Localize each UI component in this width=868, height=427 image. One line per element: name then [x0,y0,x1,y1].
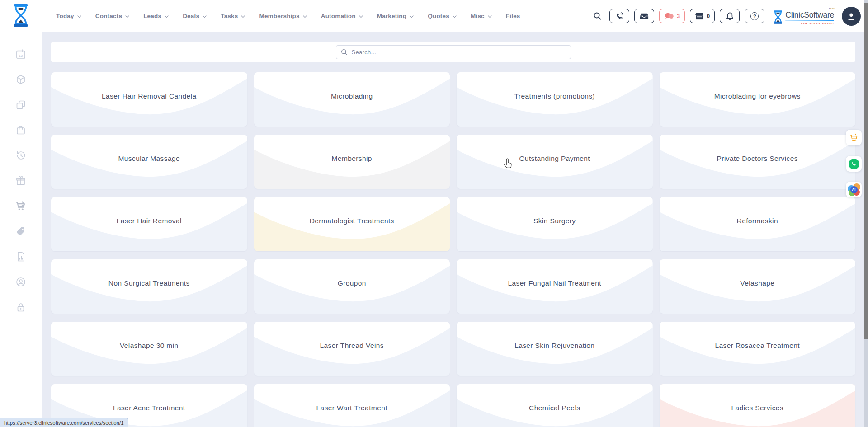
chat-count-badge: 3 [677,13,680,19]
user-avatar[interactable] [842,7,861,26]
service-card[interactable]: Groupon [254,259,450,314]
nav-item-misc[interactable]: Misc [471,13,492,19]
brand-tld: .com [828,7,835,10]
phone-button[interactable] [609,9,629,23]
service-card[interactable]: Laser Hair Removal [51,197,247,251]
inbox-button[interactable] [634,9,654,23]
topbar-actions: 3 0 ? ClinicSoftware.com TEN S [593,0,861,32]
chevron-down-icon [359,15,363,18]
chevron-down-icon [488,15,492,18]
nav-item-deals[interactable]: Deals [183,13,207,19]
left-sidebar: 12 [0,32,42,427]
bell-icon [726,12,734,20]
service-card[interactable]: Membership [254,135,450,189]
service-card[interactable]: Muscular Massage [51,135,247,189]
phone-icon [615,12,623,20]
service-card[interactable]: Velashape 30 min [51,322,247,376]
nav-label: Contacts [95,13,122,19]
calendar-day-number: 12 [19,54,23,58]
nav-label: Misc [471,13,485,19]
help-icon: ? [750,12,759,20]
service-card[interactable]: Laser Wart Treatment [254,384,450,427]
chevron-down-icon [125,15,129,18]
service-card[interactable]: Velashape [660,259,856,314]
service-card-label: Private Doctors Services [717,155,798,169]
service-card[interactable]: Outstanding Payment [457,135,653,189]
sidebar-item-calendar[interactable]: 12 [12,48,30,60]
service-card-label: Dermatologist Treatments [310,217,394,231]
sidebar-item-account[interactable] [12,276,30,288]
nav-item-contacts[interactable]: Contacts [95,13,129,19]
nav-item-marketing[interactable]: Marketing [377,13,414,19]
service-card[interactable]: Private Doctors Services [660,135,856,189]
sidebar-item-duplicate[interactable] [12,99,30,111]
page-scrollbar [864,0,868,427]
sidebar-item-cart[interactable] [12,200,30,212]
nav-item-today[interactable]: Today [56,13,81,19]
service-card[interactable]: Laser Rosacea Treatment [660,322,856,376]
service-card[interactable]: Non Surgical Treatments [51,259,247,314]
duplicate-icon [15,99,26,110]
brand-hourglass-icon [773,10,783,24]
nav-label: Deals [183,13,199,19]
floating-ai-button[interactable]: AI [846,182,862,197]
sidebar-item-lock[interactable] [12,301,30,313]
sidebar-item-price-tag[interactable] [12,225,30,237]
service-card[interactable]: Treatments (promotions) [457,72,653,127]
search-input[interactable] [336,45,571,59]
service-card[interactable]: Laser Skin Rejuvenation [457,322,653,376]
floating-cart-button[interactable] [846,130,862,145]
nav-item-tasks[interactable]: Tasks [221,13,245,19]
service-card-label: Laser Wart Treatment [316,404,387,418]
sidebar-item-report[interactable] [12,251,30,263]
service-card[interactable]: Microblading for eyebrows [660,72,856,127]
search-icon[interactable] [593,12,602,20]
app-logo[interactable] [12,4,29,27]
nav-item-automation[interactable]: Automation [321,13,363,19]
nav-item-leads[interactable]: Leads [143,13,169,19]
service-category-grid: Laser Hair Removal Candela Microblading … [51,72,855,427]
floating-whatsapp-button[interactable] [846,156,862,172]
nav-label: Marketing [377,13,407,19]
service-card-label: Membership [332,155,372,169]
sidebar-item-gift[interactable] [12,175,30,187]
service-card-label: Laser Hair Removal [117,217,182,231]
service-card[interactable]: Microblading [254,72,450,127]
nav-item-files[interactable]: Files [506,13,520,19]
service-card-label: Laser Acne Treatment [113,404,185,418]
service-card[interactable]: Chemical Peels [457,384,653,427]
service-card[interactable]: Skin Surgery [457,197,653,251]
notifications-button[interactable] [720,9,740,23]
chevron-down-icon [410,15,414,18]
scrollbar-thumb[interactable] [864,3,868,339]
nav-label: Files [506,13,520,19]
nav-item-quotes[interactable]: Quotes [428,13,457,19]
service-card[interactable]: Reformaskin [660,197,856,251]
service-card[interactable]: Ladies Services [660,384,856,427]
nav-label: Quotes [428,13,449,19]
lock-icon [15,302,26,313]
nav-label: Leads [143,13,161,19]
service-card-label: Microblading [331,92,373,107]
chevron-down-icon [303,15,307,18]
chat-button[interactable]: 3 [659,9,685,23]
register-button[interactable]: 0 [690,9,715,23]
sidebar-item-package[interactable] [12,74,30,85]
help-button[interactable]: ? [745,9,764,23]
whatsapp-icon [849,159,859,169]
service-card-label: Laser Rosacea Treatment [715,342,800,356]
service-card-label: Reformaskin [737,217,778,231]
service-card[interactable]: Laser Thread Veins [254,322,450,376]
chat-bubbles-icon [664,12,674,20]
nav-item-memberships[interactable]: Memberships [259,13,307,19]
service-card[interactable]: Laser Hair Removal Candela [51,72,247,127]
service-card[interactable]: Dermatologist Treatments [254,197,450,251]
service-card[interactable]: Laser Fungal Nail Treatment [457,259,653,314]
nav-label: Automation [321,13,356,19]
sidebar-item-history[interactable] [12,150,30,161]
sidebar-item-shopping-bag[interactable] [12,124,30,136]
shop-icon [695,12,704,20]
clinicsoftware-logo[interactable]: ClinicSoftware.com TEN STEPS AHEAD [773,8,834,25]
history-icon [15,150,26,161]
service-card-label: Muscular Massage [118,155,180,169]
